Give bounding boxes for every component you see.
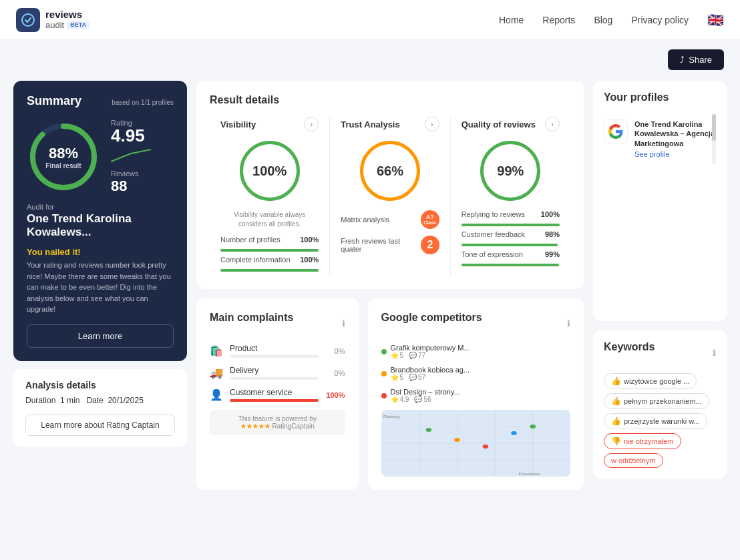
profiles-card: Your profiles One Trend Karolina Kowalew… <box>593 81 727 321</box>
score-circle: 88% Final result <box>27 120 100 194</box>
competitors-chart: Rating Reviews <box>381 410 571 477</box>
rating-value: 4.95 <box>111 127 151 144</box>
nav: Home Reports Blog Privacy policy 🇬🇧 <box>499 12 724 28</box>
visibility-chevron[interactable]: › <box>304 117 319 131</box>
reviews-value: 88 <box>111 178 151 195</box>
quality-title: Quality of reviews <box>461 119 536 129</box>
keyword-1: 👍 pełnym przekonaniem... <box>604 393 709 409</box>
trust-section: Trust Analysis › 66% Matrix analysis A? … <box>330 117 450 276</box>
quality-section: Quality of reviews › 99% Replying to rev… <box>451 117 570 276</box>
logo-text: reviews audit BETA <box>45 9 89 30</box>
nav-reports[interactable]: Reports <box>542 15 575 25</box>
svg-point-14 <box>511 431 517 435</box>
summary-card: Summary based on 1/1 profiles 88% Final … <box>13 81 187 361</box>
logo-reviews: reviews <box>45 9 89 21</box>
profiles-title: Your profiles <box>604 91 716 103</box>
fresh-item: Fresh reviews last quater 2 <box>341 236 439 254</box>
profile-item-0: One Trend Karolina Kowalewska – Agencja … <box>604 114 716 164</box>
delivery-icon: 🚚 <box>210 366 223 379</box>
keywords-card: Keywords ℹ 👍 wizytówce google ... 👍 pełn… <box>593 330 727 479</box>
scrollbar-track <box>712 114 716 164</box>
main-content: Summary based on 1/1 profiles 88% Final … <box>0 74 740 503</box>
thumbup-icon-0: 👍 <box>611 376 621 386</box>
trust-extras: Matrix analysis A? Class Fresh reviews l… <box>341 210 439 254</box>
summary-main: 88% Final result Rating 4.95 <box>27 119 174 195</box>
header: reviews audit BETA Home Reports Blog Pri… <box>0 0 740 40</box>
scrollbar-thumb[interactable] <box>712 114 716 141</box>
audit-for-label: Audit for <box>27 203 174 211</box>
keyword-0: 👍 wizytówce google ... <box>604 373 697 389</box>
competitor-1: Brandbook kobieca ag... ⭐ 5 💬 57 <box>381 366 571 381</box>
trust-title: Trust Analysis <box>341 119 399 129</box>
complaint-delivery: 🚚 Delivery 0% <box>210 366 345 380</box>
reviews-label: Reviews <box>111 170 151 178</box>
competitor-0: Grafik komputerowy M... ⭐ 5 💬 77 <box>381 344 571 359</box>
rating-block: Rating 4.95 <box>111 119 151 166</box>
analysis-duration: Duration 1 min Date 20/1/2025 <box>25 396 175 405</box>
quality-circle: 99% <box>480 141 540 201</box>
score-label: Final result <box>45 162 81 170</box>
product-icon: 🛍️ <box>210 344 223 357</box>
competitors-title: Google competitors <box>381 312 482 324</box>
competitors-card: Google competitors ℹ Grafik komputerowy … <box>368 298 584 490</box>
based-on: based on 1/1 profiles <box>112 99 174 106</box>
analysis-title: Analysis details <box>25 380 175 390</box>
nav-blog[interactable]: Blog <box>594 15 612 25</box>
metric-profiles: Number of profiles 100% <box>220 236 319 252</box>
middle-column: Result details Visibility › 100% Visibil… <box>196 81 584 490</box>
share-bar: ⤴ Share <box>0 40 740 74</box>
flag-icon: 🇬🇧 <box>707 12 724 28</box>
thumbdown-icon-3: 👎 <box>611 437 621 446</box>
keywords-title: Keywords <box>604 341 655 353</box>
nailed-text: Your rating and reviews number look pret… <box>27 260 174 315</box>
visibility-title: Visibility <box>220 119 256 129</box>
share-button[interactable]: ⤴ Share <box>668 49 724 70</box>
nav-home[interactable]: Home <box>499 15 524 25</box>
see-profile-link-0[interactable]: See profile <box>634 150 670 158</box>
learn-more-button[interactable]: Learn more <box>27 324 174 348</box>
complaints-card: Main complaints ℹ 🛍️ Product 0% 🚚 Delive… <box>196 298 359 490</box>
analysis-card: Analysis details Duration 1 min Date 20/… <box>13 369 187 447</box>
powered-by: This feature is powered by ★★★★★ RatingC… <box>210 410 345 435</box>
share-icon: ⤴ <box>680 55 685 65</box>
visibility-section: Visibility › 100% Visibility variable al… <box>210 117 330 276</box>
keyword-3: 👎 nie otrzymałem <box>604 433 681 449</box>
trust-circle: 66% <box>360 141 420 201</box>
competitor-dot-0 <box>381 349 387 354</box>
metric-tone: Tone of expression 99% <box>461 250 560 266</box>
google-icon <box>604 119 628 144</box>
svg-text:Reviews: Reviews <box>518 471 540 476</box>
score-percent: 88% <box>45 145 81 162</box>
svg-point-13 <box>482 445 488 449</box>
svg-text:Rating: Rating <box>383 414 399 418</box>
matrix-item: Matrix analysis A? Class <box>341 210 439 229</box>
nav-privacy[interactable]: Privacy policy <box>631 15 689 25</box>
metric-feedback: Customer feedback 98% <box>461 230 560 246</box>
beta-badge: BETA <box>67 21 89 29</box>
customer-icon: 👤 <box>210 388 223 401</box>
complaint-product: 🛍️ Product 0% <box>210 344 345 358</box>
profiles-wrapper: One Trend Karolina Kowalewska – Agencja … <box>604 114 716 164</box>
competitor-dot-1 <box>381 371 387 376</box>
competitor-list: Grafik komputerowy M... ⭐ 5 💬 77 Brandbo… <box>381 344 571 403</box>
bottom-row: Main complaints ℹ 🛍️ Product 0% 🚚 Delive… <box>196 298 584 490</box>
keywords-wrap: 👍 wizytówce google ... 👍 pełnym przekona… <box>604 373 716 468</box>
complaints-info-icon[interactable]: ℹ <box>342 318 345 328</box>
thumbup-icon-1: 👍 <box>611 396 621 406</box>
quality-chevron[interactable]: › <box>545 117 560 131</box>
visibility-note: Visibility variable always considers all… <box>220 210 319 229</box>
learn-captain-button[interactable]: Learn more about Rating Captain <box>25 414 175 436</box>
rating-reviews-block: Rating 4.95 Reviews 88 <box>111 119 151 195</box>
competitors-info-icon[interactable]: ℹ <box>567 318 570 328</box>
reviews-block: Reviews 88 <box>111 170 151 195</box>
metric-replying: Replying to reviews 100% <box>461 210 560 226</box>
trust-chevron[interactable]: › <box>425 117 439 131</box>
thumbup-icon-2: 👍 <box>611 416 621 426</box>
keyword-4: w oddzielnym <box>604 453 663 468</box>
svg-point-12 <box>454 438 460 442</box>
keywords-info-icon[interactable]: ℹ <box>713 348 716 358</box>
keyword-2: 👍 przejrzyste warunki w... <box>604 413 707 429</box>
competitor-2: Dst Design – strony... ⭐ 4.9 💬 56 <box>381 388 571 403</box>
matrix-badge: A? Class <box>421 210 439 229</box>
metric-complete: Complete information 100% <box>220 256 319 272</box>
